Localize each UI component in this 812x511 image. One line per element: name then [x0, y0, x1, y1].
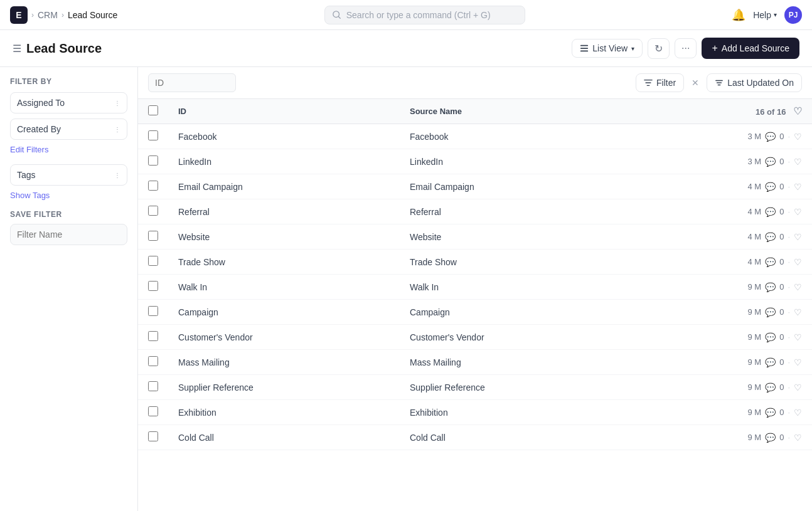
comment-icon[interactable]: 💬	[765, 157, 776, 167]
row-checkbox[interactable]	[148, 206, 158, 216]
row-source: Trade Show	[400, 250, 631, 275]
avatar[interactable]: PJ	[784, 6, 802, 24]
table-row: Walk In Walk In 9 M 💬 0 · ♡	[138, 275, 812, 300]
row-checkbox[interactable]	[148, 130, 158, 140]
show-tags-link[interactable]: Show Tags	[10, 191, 127, 200]
row-id[interactable]: Cold Call	[168, 425, 400, 450]
row-id[interactable]: Customer's Vendor	[168, 325, 400, 350]
breadcrumb-crm[interactable]: CRM	[38, 10, 58, 20]
comment-icon[interactable]: 💬	[765, 382, 776, 392]
comment-icon[interactable]: 💬	[765, 207, 776, 217]
notifications-button[interactable]: 🔔	[732, 8, 745, 22]
search-icon	[333, 11, 341, 19]
id-search-input[interactable]	[148, 73, 236, 92]
breadcrumb-lead-source: Lead Source	[68, 10, 117, 20]
filter-button[interactable]: Filter	[636, 73, 684, 92]
heart-icon[interactable]: ♡	[794, 357, 802, 367]
comment-icon[interactable]: 💬	[765, 257, 776, 267]
menu-icon[interactable]: ☰	[13, 43, 21, 55]
row-id[interactable]: Website	[168, 224, 400, 250]
row-source: Website	[400, 224, 631, 250]
row-comments: 0	[779, 282, 784, 292]
row-checkbox[interactable]	[148, 431, 158, 441]
row-id[interactable]: Exhibition	[168, 400, 400, 425]
sort-button[interactable]: Last Updated On	[707, 73, 802, 92]
row-meta: 4 M 💬 0 · ♡	[631, 224, 812, 250]
heart-icon[interactable]: ♡	[794, 408, 802, 418]
row-id[interactable]: Mass Mailing	[168, 350, 400, 375]
comment-icon[interactable]: 💬	[765, 132, 776, 142]
comment-icon[interactable]: 💬	[765, 232, 776, 242]
row-id[interactable]: Campaign	[168, 300, 400, 325]
row-meta: 9 M 💬 0 · ♡	[631, 275, 812, 300]
row-source: Referral	[400, 199, 631, 224]
more-options-button[interactable]: ···	[675, 38, 697, 58]
row-id[interactable]: Facebook	[168, 124, 400, 149]
heart-icon[interactable]: ♡	[794, 157, 802, 167]
created-by-filter[interactable]: Created By ⋮	[10, 119, 127, 140]
heart-icon[interactable]: ♡	[794, 132, 802, 142]
row-checkbox[interactable]	[148, 381, 158, 391]
main-layout: Filter By Assigned To ⋮ Created By ⋮ Edi…	[0, 67, 812, 511]
heart-icon[interactable]: ♡	[794, 332, 802, 342]
row-checkbox[interactable]	[148, 406, 158, 416]
row-source: Walk In	[400, 275, 631, 300]
row-comments: 0	[779, 157, 784, 166]
assigned-to-filter[interactable]: Assigned To ⋮	[10, 92, 127, 113]
heart-icon[interactable]: ♡	[794, 307, 802, 317]
row-id[interactable]: LinkedIn	[168, 149, 400, 174]
view-toggle-button[interactable]: List View ▾	[572, 39, 643, 58]
add-lead-source-button[interactable]: + Add Lead Source	[702, 38, 799, 59]
record-count: 16 of 16	[756, 107, 786, 117]
row-meta: 9 M 💬 0 · ♡	[631, 375, 812, 400]
assigned-to-chevron: ⋮	[114, 100, 120, 107]
comment-icon[interactable]: 💬	[765, 433, 776, 443]
comment-icon[interactable]: 💬	[765, 357, 776, 367]
heart-icon[interactable]: ♡	[794, 207, 802, 217]
row-checkbox[interactable]	[148, 181, 158, 191]
search-bar[interactable]: Search or type a command (Ctrl + G)	[324, 6, 525, 24]
refresh-button[interactable]: ↻	[648, 38, 670, 59]
comment-icon[interactable]: 💬	[765, 332, 776, 342]
heart-icon[interactable]: ♡	[794, 232, 802, 242]
row-id[interactable]: Supplier Reference	[168, 375, 400, 400]
row-comments: 0	[779, 182, 784, 191]
row-checkbox[interactable]	[148, 256, 158, 266]
row-checkbox[interactable]	[148, 231, 158, 241]
heart-icon[interactable]: ♡	[794, 382, 802, 392]
help-button[interactable]: Help ▾	[753, 10, 777, 20]
clear-filter-button[interactable]: ✕	[689, 75, 702, 90]
tags-filter[interactable]: Tags ⋮	[10, 164, 127, 186]
heart-icon[interactable]: ♡	[794, 433, 802, 443]
comment-icon[interactable]: 💬	[765, 408, 776, 418]
comment-icon[interactable]: 💬	[765, 282, 776, 292]
row-checkbox[interactable]	[148, 331, 158, 341]
row-id[interactable]: Walk In	[168, 275, 400, 300]
row-checkbox[interactable]	[148, 281, 158, 291]
row-age: 9 M	[747, 307, 761, 317]
heart-header-icon[interactable]: ♡	[793, 106, 802, 117]
row-checkbox[interactable]	[148, 155, 158, 166]
dot-separator: ·	[788, 357, 790, 367]
row-checkbox[interactable]	[148, 306, 158, 316]
save-filter-label: Save Filter	[10, 210, 127, 219]
dot-separator: ·	[788, 307, 790, 317]
svg-rect-1	[580, 45, 588, 46]
row-id[interactable]: Referral	[168, 199, 400, 224]
row-checkbox[interactable]	[148, 356, 158, 366]
comment-icon[interactable]: 💬	[765, 182, 776, 192]
comment-icon[interactable]: 💬	[765, 307, 776, 317]
edit-filters-link[interactable]: Edit Filters	[10, 145, 127, 154]
svg-rect-3	[580, 51, 588, 52]
row-id[interactable]: Trade Show	[168, 250, 400, 275]
select-all-checkbox[interactable]	[148, 105, 158, 115]
heart-icon[interactable]: ♡	[794, 282, 802, 292]
row-age: 9 M	[747, 382, 761, 392]
heart-icon[interactable]: ♡	[794, 182, 802, 192]
sort-icon	[715, 78, 724, 87]
app-icon[interactable]: E	[10, 6, 28, 24]
filter-name-input[interactable]	[10, 224, 127, 245]
heart-icon[interactable]: ♡	[794, 257, 802, 267]
row-id[interactable]: Email Campaign	[168, 174, 400, 199]
col-count-header: 16 of 16 ♡	[631, 99, 812, 124]
